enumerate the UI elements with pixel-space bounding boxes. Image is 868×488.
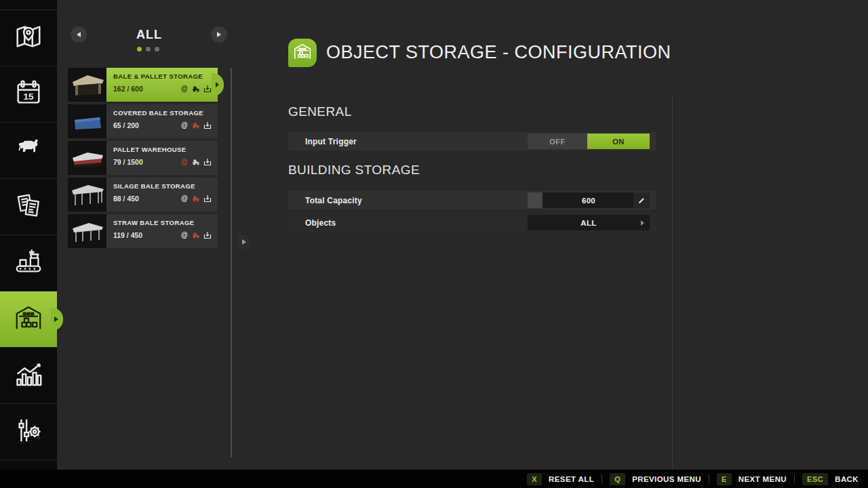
sliders-gear-icon	[13, 415, 44, 449]
config-header-icon	[288, 39, 317, 67]
sidebar-item-contracts[interactable]	[0, 179, 57, 235]
key-hint: X	[527, 473, 542, 485]
objects-selector[interactable]: ALL	[528, 215, 650, 230]
list-item-body: PALLET WAREHOUSE 79 / 1500 @	[106, 141, 218, 175]
section-heading-building-storage: BUILDING STORAGE	[288, 163, 420, 178]
action-label: PREVIOUS MENU	[632, 475, 701, 483]
at-icon: @	[180, 121, 189, 129]
action-label: RESET ALL	[549, 475, 594, 483]
building-thumbnail	[68, 104, 106, 138]
config-row-total-capacity: Total Capacity 600	[288, 191, 656, 209]
production-icon	[13, 246, 44, 280]
chevron-right-icon	[641, 220, 644, 226]
download-icon	[203, 121, 212, 129]
list-item-silage-bale-storage[interactable]: SILAGE BALE STORAGE 88 / 450 @	[68, 178, 218, 211]
total-capacity-value: 600	[582, 197, 595, 205]
section-heading-general: GENERAL	[288, 104, 352, 119]
warehouse-icon	[13, 302, 44, 336]
badge-group: @	[180, 231, 212, 239]
svg-text:15: 15	[24, 92, 34, 102]
calendar-icon: 15	[13, 77, 44, 111]
download-icon	[203, 231, 212, 239]
row-label: Objects	[305, 218, 336, 228]
category-prev-button[interactable]	[71, 26, 87, 43]
action-next-menu[interactable]: E NEXT MENU	[717, 473, 787, 485]
building-name: PALLET WAREHOUSE	[113, 146, 212, 153]
chevron-right-icon	[242, 239, 246, 245]
action-reset-all[interactable]: X RESET ALL	[527, 473, 594, 485]
tractor-icon	[192, 195, 200, 203]
row-label: Input Trigger	[305, 137, 357, 146]
tractor-icon	[192, 121, 200, 129]
sidebar-item-settings[interactable]	[0, 404, 57, 460]
pagination-dot	[137, 47, 142, 52]
pagination-dot	[146, 47, 151, 52]
key-hint: ESC	[802, 473, 828, 485]
action-back[interactable]: ESC BACK	[802, 473, 859, 485]
objects-value: ALL	[580, 219, 596, 227]
divider	[601, 474, 602, 483]
sidebar-item-animals[interactable]	[0, 123, 57, 179]
building-thumbnail	[68, 178, 106, 211]
building-thumbnail	[68, 214, 106, 248]
toggle-off-button[interactable]: OFF	[528, 134, 587, 149]
input-drag-handle[interactable]	[528, 192, 542, 208]
toggle-on-button[interactable]: ON	[587, 134, 650, 149]
bar-chart-icon	[13, 359, 44, 392]
action-label: NEXT MENU	[738, 475, 787, 483]
download-icon	[203, 85, 212, 93]
sidebar-item-production[interactable]	[0, 235, 57, 291]
capacity-count: 65 / 200	[113, 121, 139, 129]
warehouse-icon	[292, 41, 313, 64]
download-icon	[203, 158, 212, 166]
page-title: OBJECT STORAGE - CONFIGURATION	[326, 42, 671, 63]
panel-expander-button[interactable]	[237, 235, 251, 249]
tractor-icon	[192, 158, 200, 166]
pencil-icon	[638, 197, 645, 204]
action-previous-menu[interactable]: Q PREVIOUS MENU	[610, 473, 701, 485]
config-row-input-trigger: Input Trigger OFF ON	[288, 132, 656, 150]
badge-group: @	[180, 158, 212, 166]
download-icon	[203, 195, 212, 203]
list-item-bale-pallet-storage[interactable]: BALE & PALLET STORAGE 162 / 600 @	[68, 68, 218, 102]
building-thumbnail	[68, 141, 106, 175]
category-pagination-dots	[137, 47, 159, 52]
row-label: Total Capacity	[305, 196, 362, 205]
input-trigger-toggle: OFF ON	[528, 134, 650, 149]
edit-button[interactable]	[633, 192, 650, 208]
arrow-left-icon	[77, 32, 81, 37]
category-next-button[interactable]	[211, 26, 227, 43]
sidebar-item-buildings[interactable]	[0, 291, 57, 348]
capacity-count: 119 / 450	[113, 231, 142, 239]
building-thumbnail	[68, 68, 106, 102]
selected-tab-bump	[51, 308, 63, 331]
badge-group: @	[180, 85, 212, 93]
config-row-objects: Objects ALL	[288, 214, 656, 232]
tractor-icon	[192, 231, 200, 239]
at-icon: @	[180, 231, 189, 239]
selected-item-bump	[212, 73, 224, 96]
documents-icon	[13, 190, 44, 224]
at-icon: @	[180, 158, 189, 166]
building-name: SILAGE BALE STORAGE	[113, 182, 212, 190]
badge-group: @	[180, 195, 212, 203]
list-item-straw-bale-storage[interactable]: STRAW BALE STORAGE 119 / 450 @	[68, 214, 218, 248]
building-list: BALE & PALLET STORAGE 162 / 600 @	[68, 68, 225, 251]
sidebar-rail: 15	[0, 0, 57, 488]
action-label: BACK	[835, 475, 859, 483]
at-icon: @	[180, 195, 189, 203]
list-item-body: STRAW BALE STORAGE 119 / 450 @	[106, 214, 218, 248]
sidebar-item-statistics[interactable]	[0, 348, 57, 404]
sidebar-item-map[interactable]	[0, 10, 57, 66]
list-item-body: BALE & PALLET STORAGE 162 / 600 @	[106, 68, 218, 102]
bottom-key-hint-bar: X RESET ALL Q PREVIOUS MENU E NEXT MENU …	[0, 470, 868, 488]
tractor-icon	[192, 85, 200, 93]
list-scrollbar[interactable]	[231, 68, 232, 458]
total-capacity-input[interactable]: 600	[528, 192, 650, 208]
list-item-covered-bale-storage[interactable]: COVERED BALE STORAGE 65 / 200 @	[68, 104, 218, 138]
sidebar-item-calendar[interactable]: 15	[0, 66, 57, 123]
key-hint: E	[717, 473, 732, 485]
key-hint: Q	[610, 473, 625, 485]
rail-top-strip	[0, 0, 57, 10]
list-item-pallet-warehouse[interactable]: PALLET WAREHOUSE 79 / 1500 @	[68, 141, 218, 175]
